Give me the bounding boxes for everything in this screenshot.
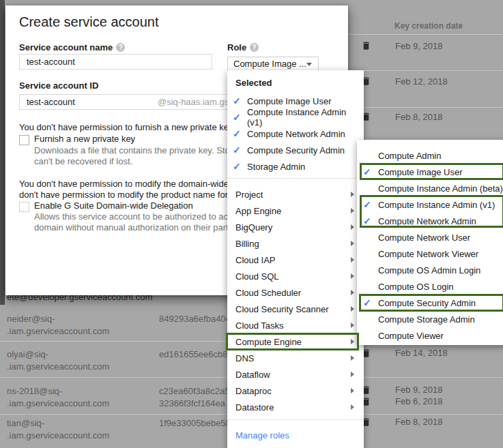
- key-date: Feb 8, 2018: [395, 417, 442, 427]
- submenu-role-item[interactable]: Compute Admin: [357, 147, 503, 164]
- gsuite-delegation-description-line1: Allows this service account to be author…: [34, 211, 257, 222]
- role-category-item[interactable]: Dataflow: [227, 366, 364, 383]
- role-category-item[interactable]: Cloud IAP: [227, 252, 364, 268]
- check-icon: ✓: [233, 112, 247, 123]
- roles-submenu: Compute Admin✓Compute Image UserCompute …: [357, 140, 503, 345]
- role-category-item[interactable]: Dataproc: [227, 383, 364, 399]
- submenu-arrow-icon: [351, 404, 354, 410]
- selected-role-label: Storage Admin: [247, 162, 305, 172]
- key-dates: Feb 8, 2018: [361, 416, 442, 428]
- email-line: tian@siq-: [7, 417, 109, 430]
- role-category-item[interactable]: App Engine: [227, 203, 364, 219]
- service-account-id-value: test-account: [27, 97, 75, 107]
- key-dates: Feb 14, 2018: [361, 347, 448, 359]
- submenu-roles-list: Compute Admin✓Compute Image UserCompute …: [357, 147, 503, 344]
- role-category-item[interactable]: Billing: [227, 235, 364, 252]
- submenu-role-label: Compute Instance Admin (beta): [378, 183, 503, 194]
- submenu-role-label: Compute OS Admin Login: [378, 265, 480, 275]
- submenu-role-label: Compute Instance Admin (v1): [378, 200, 495, 210]
- role-category-label: App Engine: [235, 206, 281, 216]
- role-category-label: Dataflow: [235, 370, 270, 380]
- submenu-role-item[interactable]: Compute OS Login: [357, 278, 503, 295]
- submenu-arrow-icon: [351, 388, 354, 393]
- email-line: .iam.gserviceaccount.com: [7, 361, 109, 373]
- submenu-arrow-icon: [351, 372, 354, 377]
- submenu-role-item[interactable]: Compute Instance Admin (beta): [357, 180, 503, 196]
- check-icon: ✓: [233, 161, 247, 172]
- key-date-row: Feb 6, 2018: [361, 395, 442, 407]
- submenu-arrow-icon: [351, 241, 354, 246]
- role-select[interactable]: Compute Image ...: [227, 57, 319, 71]
- role-category-item[interactable]: DNS: [227, 350, 364, 366]
- furnish-key-checkbox[interactable]: [19, 135, 29, 145]
- selected-role-item[interactable]: ✓Compute Instance Admin (v1): [227, 109, 364, 125]
- help-icon[interactable]: ?: [250, 43, 259, 52]
- key-id-line: ed161655ee6cb8: [159, 348, 228, 361]
- submenu-role-item[interactable]: ✓Compute Image User: [357, 164, 503, 180]
- submenu-role-label: Compute Storage Admin: [378, 314, 475, 325]
- panel-divider: [227, 178, 364, 179]
- service-account-name-input[interactable]: test-account: [19, 54, 212, 70]
- id-domain-suffix: @siq-haas.iam.gs: [158, 95, 229, 109]
- service-account-email: neider@siq-.iam.gserviceaccount.com: [7, 313, 109, 338]
- email-line: .iam.gserviceaccount.com: [7, 430, 109, 442]
- key-date: Feb 14, 2018: [395, 348, 448, 358]
- submenu-role-item[interactable]: Compute Storage Admin: [357, 311, 503, 327]
- role-category-label: Datastore: [235, 402, 274, 413]
- selected-role-label: Compute Network Admin: [247, 129, 345, 139]
- submenu-arrow-icon: [351, 257, 354, 263]
- role-label: Role ?: [227, 42, 259, 53]
- selected-role-item[interactable]: ✓Compute Security Admin: [227, 142, 364, 158]
- submenu-role-item[interactable]: Compute Network User: [357, 229, 503, 245]
- gsuite-delegation-label: Enable G Suite Domain-wide Delegation: [34, 200, 193, 211]
- key-date-row: Feb 8, 2018: [361, 416, 442, 428]
- submenu-arrow-icon: [351, 208, 354, 213]
- role-category-item[interactable]: Cloud Security Scanner: [227, 301, 364, 317]
- role-category-item[interactable]: Cloud SQL: [227, 268, 364, 284]
- role-category-item[interactable]: Datastore: [227, 399, 364, 415]
- submenu-role-item[interactable]: ✓Compute Instance Admin (v1): [357, 196, 503, 213]
- trash-icon[interactable]: [361, 40, 371, 51]
- submenu-role-item[interactable]: ✓Compute Network Admin: [357, 213, 503, 229]
- chevron-down-icon: [306, 63, 312, 66]
- key-date-row: Feb 14, 2018: [361, 347, 448, 359]
- submenu-role-label: Compute Image User: [378, 167, 463, 177]
- key-id-line: c23ea60f3a8c2a5: [159, 385, 229, 398]
- submenu-role-item[interactable]: ✓Compute Security Admin: [357, 295, 503, 311]
- gsuite-delegation-checkbox[interactable]: [19, 202, 29, 212]
- role-category-item[interactable]: Project: [227, 186, 364, 203]
- role-dropdown-panel: Selected ✓Compute Image User✓Compute Ins…: [227, 70, 364, 448]
- submenu-role-label: Compute Admin: [378, 151, 442, 161]
- role-category-item[interactable]: Cloud Scheduler: [227, 284, 364, 301]
- submenu-arrow-icon: [351, 306, 354, 312]
- selected-header: Selected: [235, 78, 272, 88]
- dialog-title: Create service account: [19, 14, 159, 30]
- key-date: Feb 9, 2018: [395, 41, 442, 51]
- role-category-item[interactable]: Cloud Tasks: [227, 317, 364, 333]
- role-category-item[interactable]: BigQuery: [227, 219, 364, 235]
- selected-role-label: Compute Instance Admin (v1): [247, 107, 364, 128]
- submenu-role-label: Compute Network Viewer: [378, 249, 478, 259]
- role-category-item[interactable]: Compute Engine: [227, 333, 364, 350]
- email-line: olyai@siq-: [7, 348, 109, 361]
- manage-roles-link[interactable]: Manage roles: [235, 430, 289, 440]
- table-row: Feb 9, 2018: [361, 39, 442, 53]
- furnish-key-description-line2: can't be recovered if lost.: [34, 156, 132, 166]
- help-icon[interactable]: ?: [116, 43, 125, 52]
- key-date-row: Feb 9, 2018: [361, 384, 442, 395]
- submenu-role-item[interactable]: Compute OS Admin Login: [357, 262, 503, 278]
- service-account-name-label: Service account name ?: [19, 42, 125, 53]
- selected-role-item[interactable]: ✓Compute Network Admin: [227, 125, 364, 142]
- role-category-label: Cloud Scheduler: [235, 288, 301, 298]
- submenu-arrow-icon: [351, 355, 354, 361]
- submenu-role-item[interactable]: Compute Viewer: [357, 327, 503, 344]
- check-icon: ✓: [233, 95, 247, 106]
- gsuite-delegation-description-text: domain without manual authorization on t…: [34, 222, 231, 233]
- role-category-label: Compute Engine: [235, 337, 302, 347]
- selected-role-item[interactable]: ✓Storage Admin: [227, 158, 364, 175]
- role-category-label: Cloud IAP: [235, 255, 276, 265]
- submenu-role-item[interactable]: Compute Network Viewer: [357, 245, 503, 262]
- submenu-role-label: Compute Network User: [378, 233, 470, 243]
- no-key-permission-text: You don't have permission to furnish a n…: [19, 122, 235, 132]
- check-icon: ✓: [363, 199, 378, 210]
